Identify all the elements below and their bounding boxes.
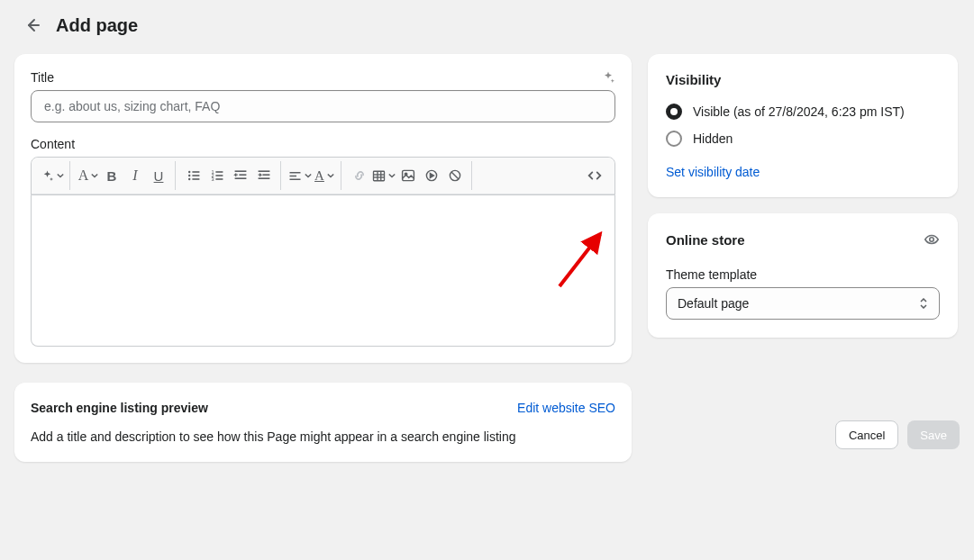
svg-rect-4: [192, 175, 199, 176]
svg-rect-12: [215, 178, 223, 180]
set-visibility-date-link[interactable]: Set visibility date: [666, 165, 760, 179]
numbered-list-icon: 123: [210, 168, 224, 183]
seo-card: Search engine listing preview Edit websi…: [14, 383, 632, 462]
select-arrows-icon: [919, 298, 928, 309]
code-icon: [587, 167, 603, 184]
save-button[interactable]: Save: [907, 420, 960, 449]
indent-icon: [257, 168, 271, 183]
online-store-card: Online store Theme template Default page: [648, 213, 958, 338]
svg-line-31: [451, 172, 459, 179]
radio-selected-icon: [666, 104, 682, 120]
bullet-list-icon: [187, 168, 201, 183]
align-icon: [288, 169, 302, 183]
svg-rect-17: [262, 174, 269, 176]
italic-button[interactable]: I: [124, 164, 146, 187]
svg-rect-19: [290, 172, 301, 174]
page-header: Add page: [0, 0, 974, 54]
svg-rect-6: [192, 178, 199, 180]
svg-rect-18: [259, 177, 270, 179]
svg-point-1: [188, 171, 190, 173]
seo-description: Add a title and description to see how t…: [31, 429, 615, 444]
video-icon: [424, 168, 439, 183]
text-color-icon: A: [314, 168, 324, 184]
title-input[interactable]: [31, 90, 615, 122]
outdent-button[interactable]: [230, 164, 251, 187]
arrow-left-icon: [23, 16, 41, 34]
bold-icon: B: [107, 168, 117, 184]
visible-label: Visible (as of 27/8/2024, 6:23 pm IST): [693, 104, 905, 119]
table-icon: [372, 169, 386, 183]
clear-format-icon: [448, 168, 462, 183]
svg-rect-16: [259, 170, 270, 172]
svg-point-5: [188, 178, 190, 180]
hidden-label: Hidden: [693, 131, 733, 146]
preview-button[interactable]: [924, 231, 940, 248]
video-button[interactable]: [421, 164, 442, 187]
svg-rect-2: [192, 171, 199, 173]
visibility-visible-option[interactable]: Visible (as of 27/8/2024, 6:23 pm IST): [666, 104, 940, 120]
align-button[interactable]: [288, 164, 312, 187]
link-button[interactable]: [349, 164, 370, 187]
italic-icon: I: [132, 167, 137, 184]
template-select[interactable]: Default page: [666, 287, 940, 320]
paragraph-style-button[interactable]: A: [77, 164, 99, 187]
eye-icon: [924, 231, 940, 248]
template-label: Theme template: [666, 267, 940, 282]
underline-icon: U: [154, 168, 164, 184]
radio-unselected-icon: [666, 131, 682, 147]
content-editor[interactable]: [31, 195, 615, 347]
show-html-button[interactable]: [584, 164, 605, 187]
outdent-icon: [233, 168, 248, 183]
svg-rect-15: [235, 177, 247, 179]
editor-toolbar: A B I U: [31, 157, 615, 195]
bullet-list-button[interactable]: [183, 164, 205, 187]
svg-point-3: [188, 175, 190, 176]
image-icon: [401, 168, 415, 183]
template-value: Default page: [678, 296, 749, 311]
svg-rect-14: [239, 174, 246, 176]
image-button[interactable]: [397, 164, 419, 187]
svg-rect-22: [374, 171, 385, 181]
visibility-title: Visibility: [666, 72, 940, 87]
back-button[interactable]: [20, 13, 45, 38]
title-label: Title: [31, 70, 54, 85]
page-form-card: Title Content: [14, 54, 632, 363]
online-store-title: Online store: [666, 232, 745, 248]
bold-button[interactable]: B: [101, 164, 123, 187]
chevron-down-icon: [327, 172, 334, 179]
chevron-down-icon: [305, 172, 312, 179]
ai-assist-button[interactable]: [41, 164, 64, 187]
ai-sparkle-icon[interactable]: [601, 70, 615, 85]
svg-point-34: [930, 238, 934, 242]
svg-rect-21: [290, 178, 301, 180]
chevron-down-icon: [57, 172, 64, 179]
table-button[interactable]: [372, 164, 396, 187]
link-icon: [352, 168, 367, 183]
chevron-down-icon: [91, 172, 98, 179]
edit-seo-link[interactable]: Edit website SEO: [517, 401, 615, 415]
seo-title: Search engine listing preview: [31, 401, 208, 415]
clear-formatting-button[interactable]: [444, 164, 466, 187]
svg-rect-8: [215, 171, 223, 173]
svg-rect-27: [403, 170, 414, 180]
cancel-button[interactable]: Cancel: [835, 420, 898, 449]
chevron-down-icon: [388, 172, 396, 179]
sparkle-icon: [41, 169, 54, 183]
page-title: Add page: [56, 15, 138, 36]
letter-a-icon: A: [78, 167, 89, 184]
svg-rect-20: [290, 175, 297, 176]
text-color-button[interactable]: A: [314, 164, 335, 187]
svg-rect-13: [235, 170, 247, 172]
footer-actions: Cancel Save: [835, 420, 960, 449]
numbered-list-button[interactable]: 123: [206, 164, 228, 187]
indent-button[interactable]: [253, 164, 275, 187]
content-label: Content: [31, 137, 615, 151]
svg-rect-10: [215, 175, 223, 176]
visibility-card: Visibility Visible (as of 27/8/2024, 6:2…: [648, 54, 958, 197]
svg-text:3: 3: [212, 176, 214, 182]
visibility-hidden-option[interactable]: Hidden: [666, 131, 940, 147]
underline-button[interactable]: U: [148, 164, 169, 187]
